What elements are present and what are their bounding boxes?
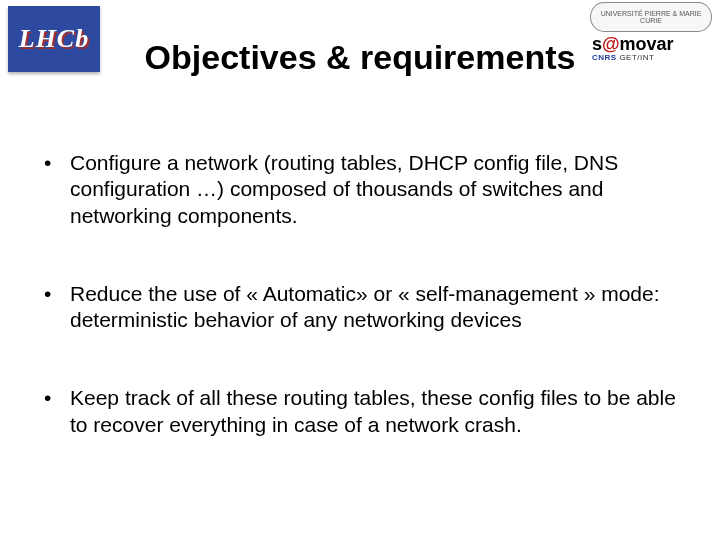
list-item: Reduce the use of « Automatic» or « self… bbox=[36, 281, 684, 334]
slide: LHCb UNIVERSITÉ PIERRE & MARIE CURIE s@m… bbox=[0, 0, 720, 540]
university-logo: UNIVERSITÉ PIERRE & MARIE CURIE bbox=[590, 2, 712, 32]
bullet-list: Configure a network (routing tables, DHC… bbox=[36, 150, 684, 438]
slide-title: Objectives & requirements bbox=[0, 38, 720, 77]
list-item: Configure a network (routing tables, DHC… bbox=[36, 150, 684, 229]
slide-content: Configure a network (routing tables, DHC… bbox=[36, 150, 684, 490]
university-logo-text: UNIVERSITÉ PIERRE & MARIE CURIE bbox=[591, 10, 711, 24]
list-item: Keep track of all these routing tables, … bbox=[36, 385, 684, 438]
